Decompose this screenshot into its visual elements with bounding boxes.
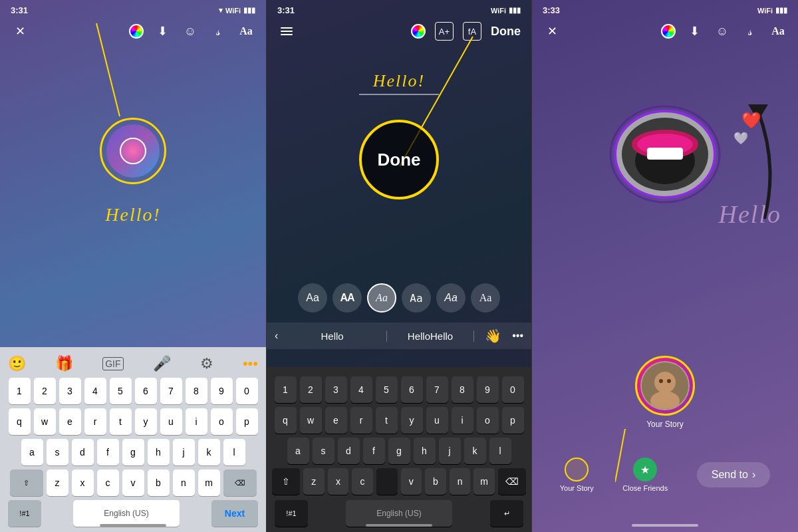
- wave-emoji[interactable]: 👋: [485, 328, 501, 344]
- key2-shift[interactable]: ⇧: [272, 468, 300, 495]
- key-l[interactable]: l: [223, 439, 245, 466]
- font-button-1[interactable]: Aa: [237, 22, 255, 41]
- key2-d[interactable]: d: [338, 438, 360, 464]
- key-shift-1[interactable]: ⇧: [10, 469, 43, 496]
- more-icon-1[interactable]: •••: [243, 355, 258, 372]
- key2-2[interactable]: 2: [300, 376, 322, 403]
- key2-t[interactable]: t: [376, 407, 398, 434]
- font-button-3[interactable]: Aa: [769, 22, 787, 41]
- key-5[interactable]: 5: [110, 378, 132, 404]
- key-3[interactable]: 3: [59, 378, 81, 404]
- key-x[interactable]: x: [72, 469, 94, 496]
- key2-hidden[interactable]: [376, 468, 398, 495]
- key-w[interactable]: w: [34, 408, 56, 435]
- key2-q[interactable]: q: [275, 407, 297, 434]
- key2-o[interactable]: o: [477, 407, 499, 434]
- key-6[interactable]: 6: [135, 378, 157, 404]
- send-to-button[interactable]: Send to ›: [697, 462, 770, 487]
- key-i[interactable]: i: [186, 408, 207, 435]
- key-2[interactable]: 2: [34, 378, 56, 404]
- key2-0[interactable]: 0: [502, 376, 524, 403]
- key-g[interactable]: g: [122, 439, 144, 466]
- key2-z[interactable]: z: [303, 468, 325, 495]
- key-7[interactable]: 7: [160, 378, 182, 404]
- key-4[interactable]: 4: [84, 378, 106, 404]
- key2-n[interactable]: n: [450, 468, 471, 495]
- font-style-icon[interactable]: fA: [463, 22, 481, 41]
- key-e[interactable]: e: [59, 408, 81, 435]
- key2-a[interactable]: a: [287, 438, 309, 464]
- key2-j[interactable]: j: [439, 438, 461, 464]
- gif-icon-1[interactable]: GIF: [102, 357, 123, 370]
- done-button[interactable]: Done: [491, 25, 521, 39]
- key-d[interactable]: d: [72, 439, 94, 466]
- key2-w[interactable]: w: [300, 407, 322, 434]
- key-k[interactable]: k: [198, 439, 220, 466]
- key2-g[interactable]: g: [388, 438, 410, 464]
- key2-1[interactable]: 1: [275, 376, 297, 403]
- close-friends-option[interactable]: ★ Close Friends: [622, 458, 668, 492]
- your-story-circle[interactable]: [635, 356, 695, 416]
- key2-p[interactable]: p: [502, 407, 524, 434]
- key2-h[interactable]: h: [414, 438, 436, 464]
- key2-num[interactable]: !#1: [275, 500, 308, 527]
- pen-icon-3[interactable]: 𝓈: [741, 22, 759, 41]
- key-s[interactable]: s: [47, 439, 68, 466]
- font-option-2[interactable]: AA: [332, 283, 362, 313]
- key2-4[interactable]: 4: [350, 376, 372, 403]
- color-picker-3[interactable]: [661, 24, 676, 39]
- key2-3[interactable]: 3: [325, 376, 347, 403]
- key2-8[interactable]: 8: [452, 376, 473, 403]
- key-p[interactable]: p: [236, 408, 258, 435]
- key-z[interactable]: z: [47, 469, 68, 496]
- key2-e[interactable]: e: [325, 407, 347, 434]
- key-1[interactable]: 1: [9, 378, 31, 404]
- key2-v[interactable]: v: [401, 468, 422, 495]
- pen-icon-1[interactable]: 𝓈: [209, 22, 227, 41]
- key2-7[interactable]: 7: [426, 376, 448, 403]
- your-story-option[interactable]: Your Story: [560, 458, 594, 492]
- font-option-3[interactable]: Aa: [367, 283, 396, 313]
- download-icon-1[interactable]: ⬇: [153, 22, 172, 41]
- emoji-icon-1[interactable]: 🙂: [8, 355, 26, 372]
- key-c[interactable]: c: [97, 469, 119, 496]
- back-arrow[interactable]: ‹: [275, 330, 278, 342]
- key2-r[interactable]: r: [350, 407, 372, 434]
- key2-6[interactable]: 6: [401, 376, 423, 403]
- key2-f[interactable]: f: [363, 438, 385, 464]
- key2-space[interactable]: English (US): [346, 500, 452, 527]
- key2-c[interactable]: c: [352, 468, 373, 495]
- key-9[interactable]: 9: [211, 378, 233, 404]
- sticker-icon-1[interactable]: ☺: [181, 22, 200, 41]
- key2-m[interactable]: m: [473, 468, 495, 495]
- key-next-1[interactable]: Next: [211, 500, 258, 527]
- key-a[interactable]: a: [21, 439, 43, 466]
- key-u[interactable]: u: [160, 408, 182, 435]
- key-b[interactable]: b: [148, 469, 170, 496]
- font-option-4[interactable]: Aa: [402, 283, 431, 313]
- key2-k[interactable]: k: [464, 438, 486, 464]
- key2-i[interactable]: i: [452, 407, 473, 434]
- key2-u[interactable]: u: [426, 407, 448, 434]
- key-8[interactable]: 8: [186, 378, 207, 404]
- key2-l[interactable]: l: [489, 438, 511, 464]
- sticker-toolbar-icon-1[interactable]: 🎁: [55, 355, 73, 372]
- key-y[interactable]: y: [135, 408, 157, 435]
- sticker-icon-3[interactable]: ☺: [713, 22, 732, 41]
- key-space-1[interactable]: English (US): [73, 500, 180, 527]
- font-option-5[interactable]: Aa: [436, 283, 466, 313]
- mic-icon-1[interactable]: 🎤: [153, 355, 171, 372]
- key-o[interactable]: o: [211, 408, 233, 435]
- key2-s[interactable]: s: [313, 438, 334, 464]
- key-num-1[interactable]: !#1: [8, 500, 41, 527]
- key2-delete[interactable]: ⌫: [498, 468, 526, 495]
- close-button-1[interactable]: ✕: [11, 22, 29, 41]
- key-f[interactable]: f: [97, 439, 119, 466]
- settings-icon-1[interactable]: ⚙: [200, 355, 213, 372]
- menu-button[interactable]: [277, 22, 296, 41]
- key-j[interactable]: j: [173, 439, 195, 466]
- key2-5[interactable]: 5: [376, 376, 398, 403]
- key-m[interactable]: m: [198, 469, 220, 496]
- key2-x[interactable]: x: [328, 468, 349, 495]
- key-v[interactable]: v: [122, 469, 144, 496]
